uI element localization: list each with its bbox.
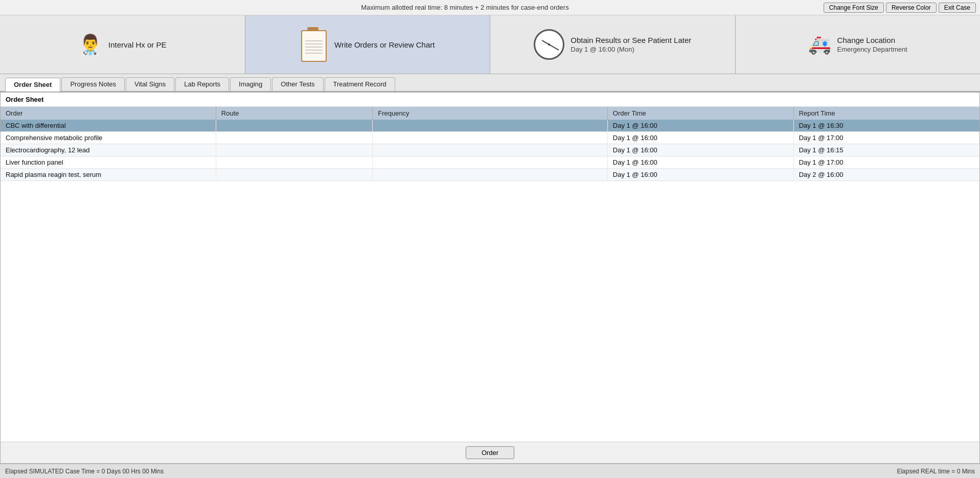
panel-interval[interactable]: 👨‍⚕️ Interval Hx or PE (0, 15, 245, 74)
tab-imaging[interactable]: Imaging (230, 77, 271, 91)
panel-change-location[interactable]: 🚑 Change Location Emergency Department (736, 15, 981, 74)
cell-order_time-0: Day 1 @ 16:00 (607, 120, 793, 132)
panel-write-orders-title: Write Orders or Review Chart (334, 40, 435, 49)
bottom-bar: Order (1, 442, 979, 463)
col-header-order: Order (1, 107, 216, 120)
top-bar: Maximum allotted real time: 8 minutes + … (0, 0, 980, 15)
order-table: Order Route Frequency Order Time Report … (1, 107, 979, 181)
panel-write-orders[interactable]: Write Orders or Review Chart (245, 15, 491, 74)
col-header-order-time: Order Time (607, 107, 793, 120)
status-bar: Elapsed SIMULATED Case Time = 0 Days 00 … (0, 464, 980, 478)
top-bar-message: Maximum allotted real time: 8 minutes + … (361, 4, 568, 11)
cell-frequency-4 (373, 169, 608, 181)
top-bar-buttons: Change Font Size Reverse Color Exit Case (824, 3, 976, 13)
table-row[interactable]: CBC with differentialDay 1 @ 16:00Day 1 … (1, 120, 979, 132)
clock-icon (534, 29, 564, 60)
cell-order_time-4: Day 1 @ 16:00 (607, 169, 793, 181)
panel-obtain-title: Obtain Results or See Patient Later (571, 36, 691, 44)
cell-report_time-2: Day 1 @ 16:15 (793, 144, 979, 156)
cell-frequency-1 (373, 132, 608, 144)
ambulance-icon: 🚑 (808, 34, 831, 55)
col-header-frequency: Frequency (373, 107, 608, 120)
action-panels: 👨‍⚕️ Interval Hx or PE Write Orders or R… (0, 15, 980, 74)
reverse-color-button[interactable]: Reverse Color (886, 3, 937, 13)
col-header-route: Route (216, 107, 372, 120)
cell-order-0: CBC with differential (1, 120, 216, 132)
cell-report_time-3: Day 1 @ 17:00 (793, 156, 979, 169)
panel-location-subtitle: Emergency Department (837, 45, 907, 53)
cell-frequency-3 (373, 156, 608, 169)
change-font-size-button[interactable]: Change Font Size (824, 3, 884, 13)
panel-location-title: Change Location (837, 36, 907, 44)
cell-order_time-1: Day 1 @ 16:00 (607, 132, 793, 144)
cell-route-1 (216, 132, 372, 144)
table-container: Order Route Frequency Order Time Report … (1, 107, 979, 442)
cell-order_time-3: Day 1 @ 16:00 (607, 156, 793, 169)
order-button[interactable]: Order (466, 446, 514, 459)
cell-report_time-0: Day 1 @ 16:30 (793, 120, 979, 132)
status-left: Elapsed SIMULATED Case Time = 0 Days 00 … (5, 468, 164, 475)
section-title: Order Sheet (1, 93, 979, 107)
panel-obtain-results[interactable]: Obtain Results or See Patient Later Day … (490, 15, 736, 74)
cell-report_time-4: Day 2 @ 16:00 (793, 169, 979, 181)
panel-obtain-subtitle: Day 1 @ 16:00 (Mon) (571, 45, 691, 53)
cell-route-0 (216, 120, 372, 132)
table-row[interactable]: Comprehensive metabolic profileDay 1 @ 1… (1, 132, 979, 144)
main-content: Order Sheet Order Route Frequency Order … (0, 92, 980, 464)
cell-order_time-2: Day 1 @ 16:00 (607, 144, 793, 156)
clipboard-icon (300, 27, 328, 62)
tab-vital-signs[interactable]: Vital Signs (126, 77, 174, 91)
cell-report_time-1: Day 1 @ 17:00 (793, 132, 979, 144)
people-icon: 👨‍⚕️ (78, 33, 102, 56)
order-tbody: CBC with differentialDay 1 @ 16:00Day 1 … (1, 120, 979, 181)
table-row[interactable]: Rapid plasma reagin test, serumDay 1 @ 1… (1, 169, 979, 181)
tab-progress-notes[interactable]: Progress Notes (61, 77, 125, 91)
panel-interval-title: Interval Hx or PE (108, 40, 166, 49)
tab-bar: Order SheetProgress NotesVital SignsLab … (0, 74, 980, 92)
tab-order-sheet[interactable]: Order Sheet (5, 78, 60, 92)
cell-route-2 (216, 144, 372, 156)
table-header: Order Route Frequency Order Time Report … (1, 107, 979, 120)
col-header-report-time: Report Time (793, 107, 979, 120)
exit-case-button[interactable]: Exit Case (939, 3, 976, 13)
status-right: Elapsed REAL time = 0 Mins (897, 468, 975, 475)
cell-order-4: Rapid plasma reagin test, serum (1, 169, 216, 181)
table-row[interactable]: Electrocardiography, 12 leadDay 1 @ 16:0… (1, 144, 979, 156)
cell-frequency-2 (373, 144, 608, 156)
cell-order-1: Comprehensive metabolic profile (1, 132, 216, 144)
tab-treatment-record[interactable]: Treatment Record (325, 77, 395, 91)
cell-order-2: Electrocardiography, 12 lead (1, 144, 216, 156)
cell-route-4 (216, 169, 372, 181)
cell-frequency-0 (373, 120, 608, 132)
tab-other-tests[interactable]: Other Tests (272, 77, 323, 91)
cell-route-3 (216, 156, 372, 169)
tab-lab-reports[interactable]: Lab Reports (175, 77, 229, 91)
cell-order-3: Liver function panel (1, 156, 216, 169)
table-row[interactable]: Liver function panelDay 1 @ 16:00Day 1 @… (1, 156, 979, 169)
